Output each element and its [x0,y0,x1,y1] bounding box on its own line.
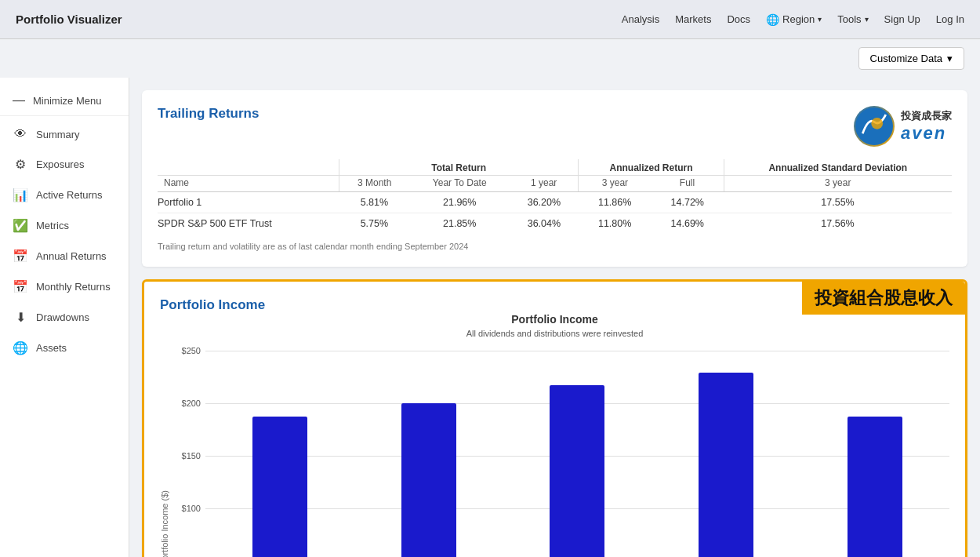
nav-docs[interactable]: Docs [727,13,750,25]
table-row: SPDR S&P 500 ETF Trust 5.75% 21.85% 36.0… [158,213,952,235]
grid-label-250: $250 [172,346,201,355]
sidebar-item-exposures[interactable]: ⚙ Exposures [0,149,129,180]
nav-login[interactable]: Log In [936,13,964,25]
bar-5 [848,417,902,557]
col-3month-header: 3 Month [339,176,409,192]
sidebar-item-monthly-returns[interactable]: 📅 Monthly Returns [0,271,129,302]
table-body: Portfolio 1 5.81% 21.96% 36.20% 11.86% 1… [158,192,952,235]
chart-inner: $250 $200 $150 [172,346,949,557]
sidebar-item-active-returns[interactable]: 📊 Active Returns [0,180,129,210]
check-icon: ✅ [13,218,28,233]
portfolio-income-chart: Portfolio Income ($) $250 $200 [160,346,949,557]
col-name-sub: Name [158,176,339,192]
svg-point-1 [871,118,883,129]
bar-3 [550,385,604,557]
trailing-note: Trailing return and volatility are as of… [158,242,952,251]
down-arrow-icon: ⬇ [13,310,28,325]
col-ytd-header: Year To Date [409,176,510,192]
chinese-overlay: 投資組合股息收入 [802,282,965,315]
table-sub-header: Name 3 Month Year To Date 1 year 3 year … [158,176,952,192]
main-layout: — Minimize Menu 👁 Summary ⚙ Exposures 📊 … [0,78,980,557]
main-content: Trailing Returns 投資成長家 aven [129,78,980,557]
row1-3year-std: 17.55% [724,192,952,213]
bar-group-5 [840,346,910,557]
row2-ytd: 21.85% [409,213,510,235]
total-return-header: Total Return [339,159,579,176]
sidebar: — Minimize Menu 👁 Summary ⚙ Exposures 📊 … [0,78,129,557]
customize-data-button[interactable]: Customize Data ▾ [858,47,964,70]
col-full-header: Full [651,176,724,192]
chart-subtitle: All dividends and distributions were rei… [160,329,949,338]
col-name-header [158,159,339,176]
row1-full: 14.72% [651,192,724,213]
annualized-std-header: Annualized Standard Deviation [724,159,952,176]
sidebar-item-drawdowns[interactable]: ⬇ Drawdowns [0,302,129,333]
globe-icon: 🌐 [766,13,779,26]
row1-1year: 36.20% [510,192,579,213]
nav-analysis[interactable]: Analysis [622,13,659,25]
nav-markets[interactable]: Markets [675,13,711,25]
chart-title: Portfolio Income [160,313,949,326]
app-logo: Portfolio Visualizer [16,13,122,26]
table-row: Portfolio 1 5.81% 21.96% 36.20% 11.86% 1… [158,192,952,213]
chevron-down-icon: ▾ [947,53,953,64]
minimize-icon: — [13,93,25,107]
toolbar-row: Customize Data ▾ [0,39,980,78]
row1-ytd: 21.96% [409,192,510,213]
brand-logo-area: 投資成長家 aven [854,106,952,147]
sidebar-item-assets[interactable]: 🌐 Assets [0,333,129,363]
gear-icon: ⚙ [13,157,28,172]
bars-row [205,346,949,557]
grid-label-200: $200 [172,399,201,408]
chevron-down-icon: ▾ [818,15,822,24]
bar-group-4 [691,346,761,557]
annualized-return-header: Annualized Return [579,159,724,176]
sidebar-item-metrics[interactable]: ✅ Metrics [0,210,129,241]
brand-logo-circle [854,106,895,147]
row1-3year: 11.86% [579,192,652,213]
col-3year-header: 3 year [579,176,652,192]
sidebar-item-annual-returns[interactable]: 📅 Annual Returns [0,241,129,271]
minimize-menu-button[interactable]: — Minimize Menu [0,86,129,116]
col-3year-std-header: 3 year [724,176,952,192]
nav-region[interactable]: 🌐 Region ▾ [766,13,822,26]
portfolio-income-card: Portfolio Income 投資組合股息收入 Portfolio Inco… [142,279,967,557]
chart-icon: 📊 [13,187,28,202]
bar-group-3 [542,346,612,557]
grid-label-100: $100 [172,504,201,513]
row2-name: SPDR S&P 500 ETF Trust [158,213,339,235]
brand-chinese-text: 投資成長家 [901,109,952,123]
trailing-returns-card: Trailing Returns 投資成長家 aven [142,90,967,267]
bar-1 [252,417,307,557]
chevron-down-icon: ▾ [865,15,869,24]
calendar-icon: 📅 [13,279,28,294]
grid-label-150: $150 [172,451,201,461]
row2-3year: 11.80% [579,213,652,235]
sidebar-item-summary[interactable]: 👁 Summary [0,119,129,149]
bar-4 [699,373,753,557]
col-1year-header: 1 year [510,176,579,192]
row2-3year-std: 17.56% [724,213,952,235]
table-group-header: Total Return Annualized Return Annualize… [158,159,952,176]
row1-name: Portfolio 1 [158,192,339,213]
y-axis-label: Portfolio Income ($) [160,346,169,557]
trailing-returns-table: Total Return Annualized Return Annualize… [158,159,952,234]
row2-3month: 5.75% [339,213,409,235]
brand-logo-svg [855,107,893,145]
nav-signup[interactable]: Sign Up [884,13,920,25]
nav-tools[interactable]: Tools ▾ [837,13,868,25]
bar-group-2 [394,346,464,557]
app-header: Portfolio Visualizer Analysis Markets Do… [0,0,980,39]
globe-icon: 🌐 [13,340,28,355]
row2-full: 14.69% [651,213,724,235]
header-nav: Analysis Markets Docs 🌐 Region ▾ Tools ▾… [622,13,964,26]
brand-text: 投資成長家 aven [901,109,952,144]
bar-2 [401,403,456,557]
trailing-returns-header-row: Trailing Returns 投資成長家 aven [158,106,952,147]
eye-icon: 👁 [13,127,28,141]
bar-group-1 [245,346,315,557]
calendar-icon: 📅 [13,249,28,264]
row1-3month: 5.81% [339,192,409,213]
grid-and-bars: $250 $200 $150 [172,346,949,557]
trailing-returns-title: Trailing Returns [158,106,259,122]
